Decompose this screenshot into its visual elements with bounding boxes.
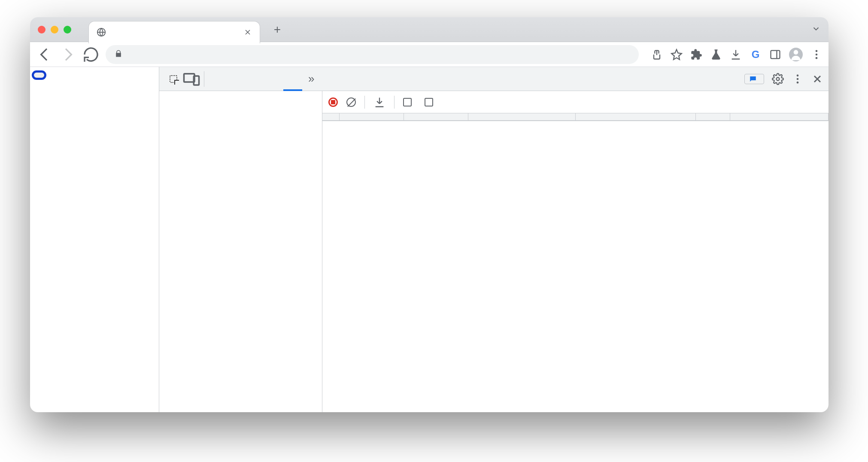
titlebar: +	[30, 17, 829, 42]
svg-rect-1	[771, 50, 780, 58]
lock-icon	[114, 49, 123, 60]
new-tab-button[interactable]: +	[270, 22, 285, 37]
tab-sources[interactable]	[246, 67, 264, 91]
flask-icon[interactable]	[710, 49, 722, 61]
store-assets-button[interactable]	[32, 70, 46, 80]
issues-badge[interactable]	[744, 74, 764, 84]
content-row: »	[30, 67, 829, 412]
download-icon[interactable]	[730, 49, 742, 61]
event-detail	[322, 121, 829, 135]
svg-point-4	[816, 53, 818, 55]
close-devtools-icon[interactable]	[811, 73, 823, 85]
events-toolbar	[322, 91, 829, 113]
devtools: »	[159, 67, 829, 412]
col-storage-key[interactable]	[576, 113, 696, 120]
svg-point-2	[794, 50, 798, 55]
tab-network[interactable]	[264, 67, 283, 91]
divider	[394, 96, 395, 109]
profile-avatar[interactable]	[789, 48, 803, 61]
toolbar-right: G	[651, 48, 822, 61]
events-pane	[322, 91, 829, 412]
address-bar: G	[30, 42, 829, 67]
application-sidebar	[159, 91, 322, 412]
sidepanel-icon[interactable]	[769, 49, 781, 61]
events-table	[322, 113, 829, 121]
kebab-menu-icon[interactable]	[810, 49, 822, 61]
progress-text	[33, 86, 156, 124]
checkbox-other-domains[interactable]	[403, 98, 416, 106]
extensions-icon[interactable]	[690, 49, 702, 61]
sidebar-heading	[163, 96, 319, 102]
google-icon[interactable]: G	[750, 49, 762, 61]
col-index[interactable]	[322, 113, 340, 120]
tab-application[interactable]	[283, 67, 302, 91]
omnibox[interactable]	[106, 45, 639, 64]
clear-button[interactable]	[346, 97, 356, 107]
save-icon[interactable]	[373, 96, 385, 108]
devtools-body	[159, 91, 829, 412]
device-mode-icon[interactable]	[182, 70, 200, 88]
browser-window: + G	[30, 17, 829, 412]
close-window-button[interactable]	[38, 26, 46, 33]
window-controls	[38, 26, 71, 33]
col-origin[interactable]	[468, 113, 576, 120]
inspect-icon[interactable]	[164, 70, 182, 88]
browser-tab[interactable]	[88, 21, 260, 43]
settings-icon[interactable]	[772, 73, 784, 85]
svg-point-11	[797, 81, 799, 83]
share-icon[interactable]	[651, 49, 663, 61]
svg-rect-6	[184, 73, 195, 82]
devtools-tabbar: »	[159, 67, 829, 91]
col-event[interactable]	[404, 113, 468, 120]
svg-point-5	[816, 57, 818, 59]
tab-console[interactable]	[227, 67, 246, 91]
star-icon[interactable]	[671, 49, 683, 61]
close-tab-icon[interactable]	[243, 28, 252, 36]
table-header	[322, 113, 829, 121]
devtools-menu-icon[interactable]	[792, 73, 804, 85]
page-content	[30, 67, 159, 412]
col-instance[interactable]	[730, 113, 829, 120]
svg-point-10	[797, 78, 799, 80]
svg-point-8	[777, 77, 780, 80]
svg-point-3	[816, 50, 818, 52]
col-s[interactable]	[696, 113, 730, 120]
col-timestamp[interactable]	[340, 113, 404, 120]
tab-elements[interactable]	[208, 67, 227, 91]
minimize-window-button[interactable]	[51, 26, 58, 33]
tabs-dropdown-icon[interactable]	[811, 24, 821, 35]
globe-icon	[97, 27, 106, 37]
more-tabs-icon[interactable]: »	[302, 72, 320, 85]
record-button[interactable]	[328, 97, 338, 107]
checkbox-show-from[interactable]	[425, 98, 437, 106]
svg-point-9	[797, 74, 799, 76]
divider	[364, 96, 365, 109]
maximize-window-button[interactable]	[64, 26, 71, 33]
forward-button[interactable]	[59, 46, 76, 63]
reload-button[interactable]	[82, 46, 100, 63]
back-button[interactable]	[36, 46, 53, 63]
